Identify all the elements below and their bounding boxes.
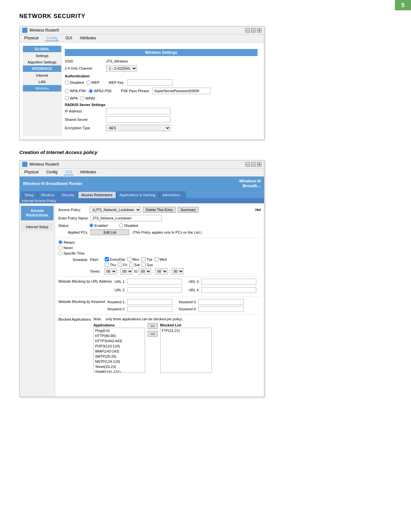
auth-wep: WEP [86,81,100,85]
sub-nav-label[interactable]: Internet Access Policy [22,199,56,203]
applications-list[interactable]: Ping(0-0) HTTP(80-80) HTTPS(443-443) POP… [93,328,145,373]
url3-input[interactable] [201,279,256,285]
close-button-2[interactable]: ✕ [257,162,261,167]
wep-key-input[interactable] [127,79,172,86]
app-imap[interactable]: IMAP(143-143) [94,349,145,354]
time-start-hour-select[interactable]: 00 [104,268,117,275]
everyday-checkbox[interactable] [105,257,109,261]
note-label: Note: [93,317,102,321]
psk-passphrase-input[interactable] [152,88,210,94]
menu-attributes[interactable]: Attributes [79,35,98,41]
app-https[interactable]: HTTPS(443-443) [94,338,145,343]
move-buttons: >> << [148,323,158,337]
channel-select[interactable]: 1 - 2.412GHz [106,65,137,72]
ssid-value: JTS_Wireless [106,59,128,63]
sidebar-wireless[interactable]: Wireless [23,85,61,92]
move-left-button[interactable]: << [148,331,158,337]
thu-checkbox[interactable] [105,263,109,267]
kw4-input[interactable] [199,306,244,312]
summary-button[interactable]: Summary [178,207,199,213]
kw1-input[interactable] [127,299,172,305]
auth-disabled-radio[interactable] [65,81,69,85]
url2-input[interactable] [127,287,182,293]
ip-address-input[interactable] [106,108,171,114]
encryption-row: Encryption Type AES [65,125,258,131]
menu-gui[interactable]: GUI [64,35,73,41]
maximize-button[interactable]: □ [251,28,256,33]
url4-input[interactable] [201,287,256,293]
shared-secret-label: Shared Secret [65,118,103,121]
sidebar-algorithm-settings[interactable]: Algorithm Settings [23,59,61,65]
menu2-physical[interactable]: Physical [23,169,40,175]
menu2-config[interactable]: Config [45,169,59,175]
sun-checkbox[interactable] [142,263,146,267]
maximize-button-2[interactable]: □ [251,162,256,167]
internet-setup-sidebar-label[interactable]: Internet Setup [21,223,54,231]
minimize-button-2[interactable]: — [245,162,250,167]
kw3-input[interactable] [199,299,244,305]
app-pop3[interactable]: POP3(110-110) [94,343,145,349]
url1-input[interactable] [127,279,182,285]
close-button[interactable]: ✕ [257,28,261,33]
auth-wpa-radio[interactable] [65,96,69,100]
sidebar-lan[interactable]: LAN [23,79,61,85]
fri-checkbox[interactable] [118,263,122,267]
shared-secret-input[interactable] [106,116,171,123]
blocked-apps-sidebar: Blocked Applications [58,317,91,321]
router-brand-text: Wireless-N Broadband Router [23,181,83,186]
mon-checkbox[interactable] [127,257,132,261]
time-start-min-select[interactable]: 00 [120,268,133,275]
app-ping[interactable]: Ping(0-0) [94,328,145,333]
tab-applications-gaming[interactable]: Applications & Gaming [116,191,159,198]
time-end-hour-select[interactable]: 00 [139,268,151,275]
tab-setup[interactable]: Setup [21,191,37,198]
delete-entry-button[interactable]: Delete This Entry [143,207,176,213]
blocked-ftp[interactable]: FTP(21-21) [161,328,211,333]
edit-list-button[interactable]: Edit List [91,229,129,235]
encryption-select[interactable]: AES [106,125,171,131]
tue-checkbox[interactable] [141,257,145,261]
move-right-button[interactable]: >> [148,323,158,329]
page-number: 5 [401,2,405,9]
specific-time-radio[interactable] [58,251,63,255]
applied-pcs-row: Applied PCs Edit List (This Policy appli… [58,229,261,235]
auth-wpa: WPA [65,96,78,100]
keyword-row2: Keyword 2: Keyword 4: [108,306,244,312]
auth-wpapsk-radio[interactable] [65,89,69,93]
kw2-input[interactable] [127,306,172,312]
status-disabled-radio[interactable] [119,223,123,227]
always-radio[interactable] [58,240,63,244]
status-enabled-radio[interactable] [89,223,93,227]
menu-physical[interactable]: Physical [23,35,40,41]
tue-checkbox-item: Tue [141,257,152,261]
menu-config[interactable]: Config [45,35,59,41]
sun-label: Sun [147,263,153,267]
app-http[interactable]: HTTP(80-80) [94,333,145,338]
time-suffix-select[interactable]: 30 [171,268,184,275]
minimize-button[interactable]: — [245,28,250,33]
policy-name-input[interactable] [91,215,161,221]
tab-access-restrictions[interactable]: Access Restrictions [78,191,116,198]
wed-checkbox[interactable] [154,257,159,261]
app-snmp[interactable]: SNMP(161-101) [94,369,145,373]
tab-wireless[interactable]: Wireless [37,191,58,198]
auth-wpa2-radio[interactable] [80,96,84,100]
never-radio[interactable] [58,246,63,250]
app-nntp[interactable]: NNTP(119-119) [94,359,145,364]
blocked-list[interactable]: FTP(21-21) [160,328,212,373]
tab-administration[interactable]: Administra... [159,191,186,198]
section-title: NETWORK SECURITY [19,13,392,20]
times-label: Times: [90,269,103,273]
auth-wep-radio[interactable] [86,81,91,85]
sidebar-settings[interactable]: Settings [23,53,61,59]
menu2-attributes[interactable]: Attributes [79,169,98,175]
app-telnet[interactable]: Telnet(23-23) [94,364,145,369]
access-policy-select[interactable]: 1(JTS_Network_Lockdown) [89,207,141,213]
sidebar-internet[interactable]: Internet [23,72,61,79]
auth-wpa2psk-radio[interactable] [89,89,93,93]
menu2-gui[interactable]: GUI [64,169,73,175]
app-smtp[interactable]: SMTP(25-25) [94,354,145,359]
sat-checkbox[interactable] [129,263,133,267]
tab-security[interactable]: Security [58,191,78,198]
time-end-min-select[interactable]: 00 [155,268,168,275]
